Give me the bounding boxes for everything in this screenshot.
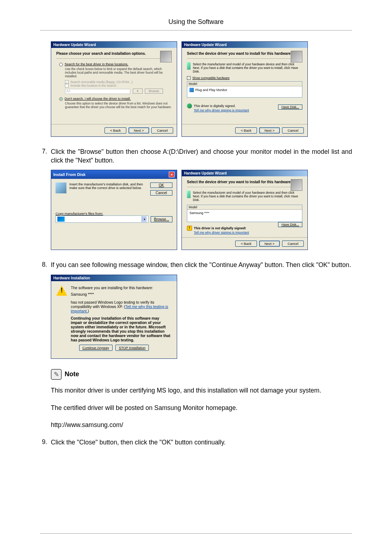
- browse-button: Browse: [145, 89, 163, 94]
- step-8: 8. If you can see following message wind…: [40, 261, 352, 270]
- hardware-installation-dialog: Hardware Installation ! The software you…: [51, 275, 177, 359]
- signed-text: This driver is digitally signed.: [194, 104, 236, 108]
- list-item-model[interactable]: Plug and Play Monitor: [187, 86, 302, 94]
- floppy-icon: [56, 182, 66, 193]
- warning-icon: !: [187, 226, 192, 231]
- tip-icon: [187, 62, 191, 70]
- page-footer-rule: [40, 533, 352, 534]
- dont-search-desc: Choose this option to select the device …: [65, 102, 172, 109]
- cancel-button[interactable]: Cancel: [150, 190, 172, 196]
- dialog-message: Insert the manufacturer's installation d…: [69, 182, 147, 196]
- not-signed-text: This driver is not digitally signed!: [194, 226, 246, 230]
- dialog-title: Hardware Installation: [51, 275, 177, 281]
- have-disk-button[interactable]: Have Disk...: [278, 222, 302, 227]
- list-header-model: Model: [187, 82, 302, 86]
- note-heading: Note: [51, 369, 352, 380]
- dropdown-icon[interactable]: ▾: [142, 216, 147, 222]
- wizard-title: Hardware Update Wizard: [51, 42, 177, 48]
- continue-anyway-button[interactable]: Continue Anyway: [79, 345, 112, 351]
- radio-search-best[interactable]: Search for the best driver in these loca…: [59, 62, 172, 66]
- tip-text: Select the manufacturer and model of you…: [193, 62, 302, 73]
- hardware-icon: [291, 179, 302, 191]
- hw-line1: The software you are installing for this…: [71, 286, 172, 290]
- wizard-search-options: Hardware Update Wizard Please choose you…: [51, 41, 177, 137]
- step-7: 7. Click the "Browse" button then choose…: [40, 148, 352, 165]
- browse-button[interactable]: Browse...: [151, 216, 172, 222]
- checkbox-include-location: Include this location in the search:: [65, 84, 172, 87]
- close-icon[interactable]: ×: [169, 172, 175, 177]
- checkbox-show-compatible[interactable]: ✓ Show compatible hardware: [187, 76, 302, 80]
- next-button[interactable]: Next >: [259, 127, 280, 134]
- tip-text: Select the manufacturer and model of you…: [193, 191, 302, 202]
- radio-dont-search[interactable]: Don't search. I will choose the driver t…: [59, 97, 172, 101]
- page-title: Using the Software: [40, 18, 352, 30]
- ok-button[interactable]: OK: [150, 182, 172, 188]
- search-best-desc: Use the check boxes below to limit or ex…: [65, 67, 172, 78]
- wizard-heading: Select the device driver you want to ins…: [187, 52, 302, 56]
- note-url: http://www.samsung.com/: [51, 421, 352, 430]
- wizard-heading: Select the device driver you want to ins…: [187, 180, 302, 184]
- wizard-title: Hardware Update Wizard: [182, 170, 307, 176]
- hw-line3: has not passed Windows Logo testing to v…: [71, 300, 172, 313]
- wizard-heading: Please choose your search and installati…: [56, 52, 172, 56]
- note-paragraph-1: This monitor driver is under certifying …: [51, 386, 352, 395]
- dropdown-button: ▾: [133, 89, 143, 94]
- note-paragraph-2: The certified driver will be posted on S…: [51, 404, 352, 413]
- copy-from-label: Copy manufacturer's files from:: [56, 212, 172, 216]
- back-button[interactable]: < Back: [235, 241, 257, 247]
- wizard-title: Hardware Update Wizard: [182, 42, 307, 48]
- tip-icon: [187, 191, 191, 198]
- copy-from-input[interactable]: ▾: [56, 216, 148, 223]
- back-button[interactable]: < Back: [105, 127, 126, 134]
- stop-installation-button[interactable]: STOP Installation: [115, 345, 149, 351]
- checkbox-removable-media: ✓Search removable media (floppy, CD-ROM.…: [65, 80, 172, 84]
- cancel-button[interactable]: Cancel: [151, 127, 173, 134]
- tell-me-link[interactable]: Tell me why driver signing is important: [194, 231, 249, 234]
- step-9: 9. Click the "Close" button, then click …: [40, 438, 352, 447]
- dialog-title: Install From Disk: [53, 172, 86, 177]
- hardware-icon: [160, 51, 172, 62]
- wizard-select-driver-samsung: Hardware Update Wizard Select the device…: [181, 170, 308, 250]
- install-from-disk-dialog: Install From Disk × Insert the manufactu…: [51, 170, 177, 250]
- warning-triangle-icon: !: [56, 286, 67, 296]
- hw-bold-warning: Continuing your installation of this sof…: [71, 316, 172, 342]
- list-item-model[interactable]: Samsung ****: [187, 210, 302, 216]
- monitor-icon: [189, 88, 194, 92]
- hw-line2: Samsung ****: [71, 292, 172, 296]
- next-button[interactable]: Next >: [128, 127, 150, 134]
- cancel-button[interactable]: Cancel: [282, 241, 304, 247]
- have-disk-button[interactable]: Have Disk...: [278, 104, 302, 110]
- wizard-select-driver: Hardware Update Wizard Select the device…: [181, 41, 308, 137]
- next-button[interactable]: Next >: [259, 241, 280, 247]
- hardware-icon: [291, 51, 302, 62]
- signed-ok-icon: [187, 103, 192, 108]
- location-input: A:\: [65, 89, 130, 94]
- cancel-button[interactable]: Cancel: [282, 127, 304, 134]
- list-header-model: Model: [187, 205, 302, 210]
- drive-icon: [57, 217, 65, 222]
- note-icon: [51, 369, 62, 380]
- back-button[interactable]: < Back: [235, 127, 257, 134]
- tell-me-link[interactable]: Tell me why driver signing is important: [194, 108, 249, 112]
